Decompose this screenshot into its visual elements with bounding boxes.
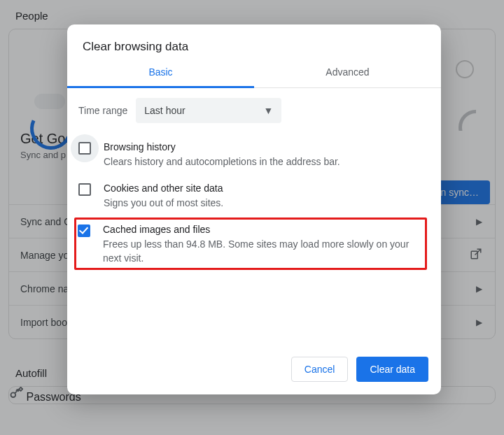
option-title: Cookies and other site data	[104, 183, 223, 196]
option-cookies[interactable]: Cookies and other site data Signs you ou…	[77, 176, 427, 217]
option-cached-images-highlighted[interactable]: Cached images and files Frees up less th…	[74, 218, 427, 271]
tab-advanced[interactable]: Advanced	[254, 66, 441, 87]
dialog-tabs: Basic Advanced	[67, 66, 441, 88]
option-description: Frees up less than 94.8 MB. Some sites m…	[103, 237, 422, 266]
dialog-footer: Cancel Clear data	[67, 347, 441, 394]
caret-down-icon: ▼	[263, 105, 273, 116]
active-tab-indicator	[67, 86, 254, 88]
time-range-row: Time range Last hour ▼	[77, 98, 427, 134]
clear-browsing-data-dialog: Clear browsing data Basic Advanced Time …	[67, 24, 441, 394]
dialog-title: Clear browsing data	[67, 24, 441, 66]
option-browsing-history[interactable]: Browsing history Clears history and auto…	[77, 134, 427, 176]
dialog-body: Time range Last hour ▼ Browsing history …	[67, 88, 441, 347]
option-title: Browsing history	[104, 141, 340, 155]
tab-basic[interactable]: Basic	[67, 66, 254, 87]
checkbox-box	[78, 142, 91, 155]
tab-label: Basic	[148, 66, 172, 78]
option-description: Clears history and autocompletions in th…	[104, 155, 340, 169]
option-title: Cached images and files	[103, 224, 422, 237]
checkbox-browsing-history[interactable]	[78, 142, 91, 155]
tab-label: Advanced	[326, 66, 369, 78]
time-range-select[interactable]: Last hour ▼	[136, 98, 281, 123]
checkbox-cached-images[interactable]	[78, 224, 90, 237]
time-range-label: Time range	[78, 105, 127, 116]
clear-data-button[interactable]: Clear data	[356, 357, 428, 382]
checkbox-cookies[interactable]	[78, 183, 91, 196]
option-description: Signs you out of most sites.	[104, 196, 223, 210]
time-range-value: Last hour	[144, 105, 185, 116]
cancel-button[interactable]: Cancel	[291, 357, 349, 382]
